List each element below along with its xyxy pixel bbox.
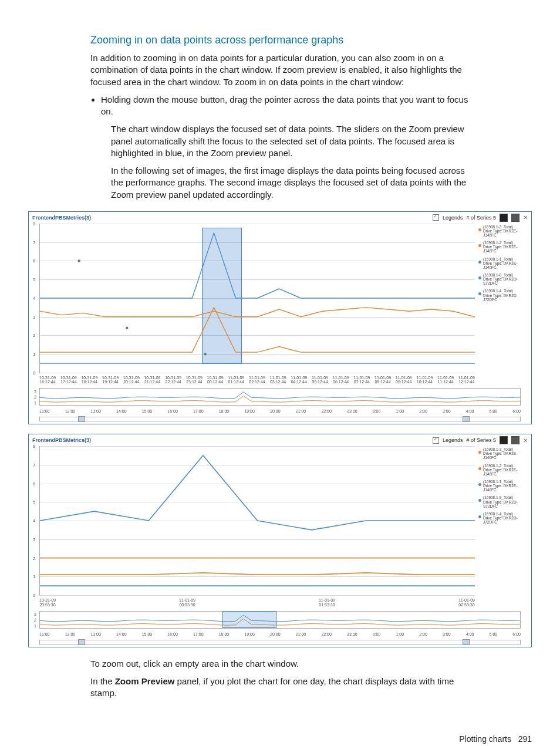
- chart-close-icon[interactable]: ✕: [523, 214, 528, 221]
- zoom-preview-panel[interactable]: 321: [39, 388, 521, 406]
- chart-zoomed: FrontendPBSMetrics(3) Legends # of Serie…: [28, 434, 532, 647]
- chart-x-axis: 10-31-0923:53:3011-01-0900:53:3011-01-09…: [39, 598, 475, 607]
- legend-item[interactable]: (16908.1-1_Total)Drive Type: DKR2E-J146F…: [478, 257, 529, 269]
- series-count-label: # of Series 5: [466, 437, 496, 443]
- chart-legend: (16908.1-3_Total)Drive Type: DKR2E-J146F…: [478, 225, 529, 305]
- chart-legend: (16908.1-3_Total)Drive Type: DKR2E-J146F…: [478, 447, 529, 528]
- chart-title: FrontendPBSMetrics(3): [32, 437, 91, 443]
- chart-plot-area[interactable]: 012345678: [39, 446, 475, 596]
- legend-item[interactable]: (16908.1-3_Total)Drive Type: DKR2E-J146F…: [478, 447, 529, 460]
- chart-toolbar: Legends # of Series 5 ✕: [433, 436, 528, 444]
- legend-checkbox[interactable]: [433, 437, 439, 444]
- legend-label: Legends: [443, 437, 463, 443]
- chart-full-range: FrontendPBSMetrics(3) Legends # of Serie…: [28, 211, 532, 424]
- intro-paragraph: In addition to zooming in on data points…: [90, 52, 470, 88]
- page-footer: Plotting charts 291: [28, 705, 532, 744]
- footer-page-number: 291: [518, 734, 532, 744]
- chart-x-axis: 10-31-0916:12:4410-31-0917:12:4410-31-09…: [39, 376, 475, 384]
- para-zoom-preview: In the Zoom Preview panel, if you plot t…: [90, 676, 470, 700]
- slider-handle-left[interactable]: [78, 639, 85, 645]
- legend-checkbox[interactable]: [433, 214, 439, 221]
- legend-item[interactable]: (16908.1-8_Total)Drive Type: DKR2D-S72DF…: [478, 495, 529, 508]
- legend-item[interactable]: (16908.1-3_Total)Drive Type: DKR2E-J146F…: [478, 225, 529, 237]
- slider-handle-right[interactable]: [463, 416, 470, 422]
- legend-item[interactable]: (16908.1-8_Total)Drive Type: DKR2D-S72DF…: [478, 273, 529, 285]
- zoom-slider[interactable]: [39, 417, 521, 421]
- zoom-preview-panel[interactable]: 321: [39, 611, 521, 629]
- zoom-preview-ticks: 11:0012:0013:0014:0015:0016:0017:0018:00…: [39, 409, 521, 413]
- legend-item[interactable]: (16908.1-2_Total)Drive Type: DKR2E-J146F…: [478, 464, 529, 476]
- legend-item[interactable]: (16908.1-4_Total)Drive Type: DKR2D-J72DF…: [478, 512, 529, 524]
- chart-toolbar: Legends # of Series 5 ✕: [433, 214, 528, 222]
- svg-point-2: [204, 353, 206, 355]
- svg-point-0: [77, 259, 80, 262]
- chart-close-icon[interactable]: ✕: [523, 437, 528, 444]
- inset-para-2: In the following set of images, the firs…: [111, 165, 470, 201]
- section-heading: Zooming in on data points across perform…: [90, 34, 470, 46]
- chart-options-icon[interactable]: [500, 214, 508, 222]
- inset-para-1: The chart window displays the focused se…: [111, 123, 470, 159]
- preview-selection[interactable]: [222, 612, 276, 628]
- chart-save-icon[interactable]: [511, 214, 519, 222]
- chart-save-icon[interactable]: [511, 436, 519, 444]
- legend-item[interactable]: (16908.1-4_Total)Drive Type: DKR2D-J72DF…: [478, 289, 529, 301]
- chart-options-icon[interactable]: [500, 436, 508, 444]
- series-count-label: # of Series 5: [466, 215, 496, 221]
- zoom-slider[interactable]: [39, 640, 521, 644]
- legend-item[interactable]: (16908.1-1_Total)Drive Type: DKR2E-J146F…: [478, 480, 529, 492]
- legend-item[interactable]: (16908.1-2_Total)Drive Type: DKR2E-J146F…: [478, 241, 529, 253]
- zoom-preview-ticks: 11:0012:0013:0014:0015:0016:0017:0018:00…: [39, 632, 521, 636]
- bullet-1: Holding down the mouse button, drag the …: [101, 94, 470, 118]
- para-zoom-out: To zoom out, click an empty area in the …: [90, 658, 470, 670]
- footer-section: Plotting charts: [459, 734, 511, 744]
- chart-plot-area[interactable]: 012345678: [39, 224, 475, 373]
- slider-handle-left[interactable]: [78, 416, 85, 422]
- chart-title: FrontendPBSMetrics(3): [32, 215, 91, 221]
- svg-point-1: [126, 326, 128, 329]
- legend-label: Legends: [443, 215, 463, 221]
- slider-handle-right[interactable]: [463, 639, 470, 645]
